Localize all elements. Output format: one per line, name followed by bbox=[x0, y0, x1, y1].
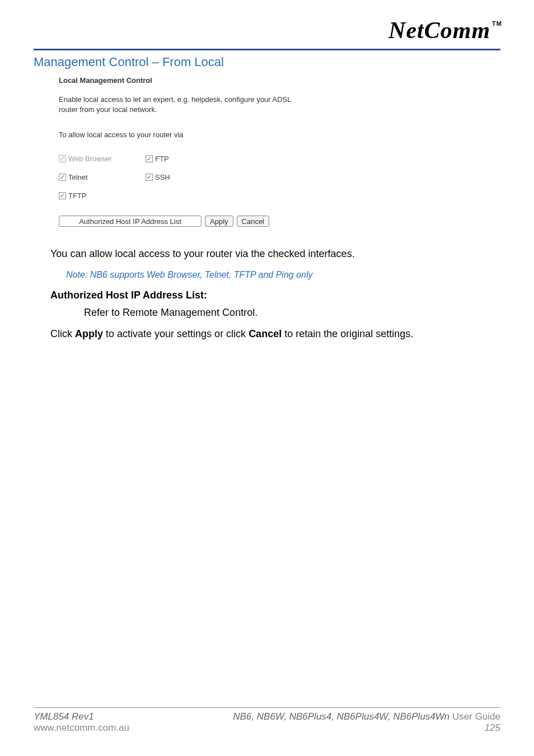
trademark-symbol: TM bbox=[492, 20, 502, 27]
page-number: 125 bbox=[233, 722, 500, 734]
page-footer: YML854 Rev1 www.netcomm.com.au NB6, NB6W… bbox=[34, 707, 500, 734]
body-subheading: Authorized Host IP Address List: bbox=[50, 288, 500, 302]
embedded-screenshot: Local Management Control Enable local ac… bbox=[59, 76, 305, 227]
cancel-button[interactable]: Cancel bbox=[237, 216, 269, 227]
checkbox-grid: ✓ Web Browser ✓ FTP ✓ Telnet ✓ SSH ✓ TFT… bbox=[59, 155, 305, 200]
checkbox-ssh[interactable]: ✓ SSH bbox=[146, 173, 232, 181]
checkbox-label: Web Browser bbox=[68, 155, 112, 163]
checkmark-icon: ✓ bbox=[146, 174, 153, 181]
checkbox-telnet[interactable]: ✓ Telnet bbox=[59, 173, 146, 181]
screenshot-heading: Local Management Control bbox=[59, 76, 305, 85]
checkmark-icon: ✓ bbox=[59, 192, 66, 199]
doc-id: YML854 Rev1 bbox=[34, 711, 94, 722]
checkbox-ftp[interactable]: ✓ FTP bbox=[146, 155, 232, 163]
body-content: You can allow local access to your route… bbox=[50, 247, 500, 340]
footer-left: YML854 Rev1 www.netcomm.com.au bbox=[34, 711, 129, 734]
checkbox-label: Telnet bbox=[68, 173, 88, 181]
footer-right: NB6, NB6W, NB6Plus4, NB6Plus4W, NB6Plus4… bbox=[233, 711, 500, 734]
checkbox-web-browser[interactable]: ✓ Web Browser bbox=[59, 155, 146, 163]
checkbox-label: TFTP bbox=[68, 192, 87, 200]
authorized-host-list-button[interactable]: Authorized Host IP Address List bbox=[59, 216, 202, 227]
checkmark-icon: ✓ bbox=[146, 155, 153, 162]
footer-guide: User Guide bbox=[449, 711, 500, 722]
body-p3: Click Apply to activate your settings or… bbox=[50, 327, 500, 340]
footer-models: NB6, NB6W, NB6Plus4, NB6Plus4W, NB6Plus4… bbox=[233, 711, 449, 722]
brand-logo: NetCommTM bbox=[388, 17, 500, 44]
checkbox-label: FTP bbox=[155, 155, 169, 163]
screenshot-subtext: To allow local access to your router via bbox=[59, 130, 305, 139]
body-p1: You can allow local access to your route… bbox=[50, 247, 500, 260]
checkbox-label: SSH bbox=[155, 173, 170, 181]
body-note: Note: NB6 supports Web Browser, Telnet, … bbox=[66, 269, 500, 281]
checkbox-tftp[interactable]: ✓ TFTP bbox=[59, 192, 146, 200]
brand-name: NetComm bbox=[388, 17, 490, 43]
section-title: Management Control – From Local bbox=[34, 55, 500, 69]
apply-button[interactable]: Apply bbox=[205, 216, 233, 227]
screenshot-description: Enable local access to let an expert, e.… bbox=[59, 95, 305, 115]
body-p2: Refer to Remote Management Control. bbox=[84, 306, 500, 319]
footer-url: www.netcomm.com.au bbox=[34, 722, 129, 734]
page-header: NetCommTM bbox=[34, 11, 500, 50]
checkmark-icon: ✓ bbox=[59, 174, 66, 181]
button-row: Authorized Host IP Address List Apply Ca… bbox=[59, 216, 305, 227]
checkmark-icon: ✓ bbox=[59, 155, 66, 162]
